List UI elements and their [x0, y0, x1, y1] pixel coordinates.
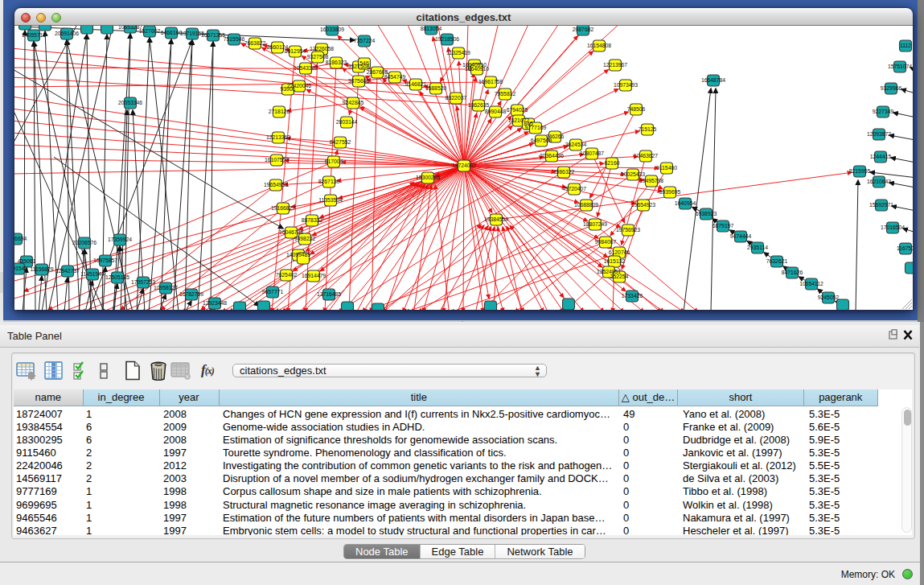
svg-text:1244415: 1244415 — [870, 154, 892, 159]
svg-text:435061: 435061 — [18, 258, 36, 264]
svg-text:6879197: 6879197 — [713, 223, 734, 229]
svg-text:3875685: 3875685 — [348, 78, 370, 84]
svg-text:19756923: 19756923 — [616, 227, 640, 233]
svg-text:252254: 252254 — [610, 274, 629, 279]
svg-text:8322037: 8322037 — [446, 95, 467, 101]
svg-text:12505135: 12505135 — [105, 274, 129, 280]
svg-text:1615132: 1615132 — [604, 258, 626, 264]
svg-text:9657771: 9657771 — [262, 289, 284, 295]
svg-text:18807249: 18807249 — [583, 221, 607, 227]
svg-text:16961758: 16961758 — [478, 79, 503, 84]
svg-text:8912954: 8912954 — [285, 48, 306, 54]
svg-text:19654923: 19654923 — [631, 202, 655, 208]
svg-text:16210643: 16210643 — [867, 179, 891, 184]
svg-text:1112: 1112 — [900, 43, 911, 48]
svg-text:391549: 391549 — [14, 266, 28, 271]
svg-text:2803144: 2803144 — [336, 119, 358, 125]
svg-text:10958127: 10958127 — [154, 285, 178, 290]
svg-text:8427552: 8427552 — [330, 139, 351, 145]
svg-text:13226058: 13226058 — [310, 46, 334, 51]
svg-text:2718126: 2718126 — [269, 109, 290, 114]
svg-text:11451944: 11451944 — [80, 271, 105, 277]
svg-text:16107553: 16107553 — [265, 157, 289, 163]
svg-text:12213967: 12213967 — [603, 62, 627, 68]
svg-text:18300295: 18300295 — [416, 175, 440, 180]
svg-text:16046738: 16046738 — [279, 229, 303, 235]
svg-text:9146821: 9146821 — [405, 81, 427, 87]
svg-text:12213363: 12213363 — [266, 134, 290, 140]
svg-text:9245052: 9245052 — [818, 295, 840, 300]
svg-text:8267130: 8267130 — [318, 179, 340, 184]
svg-text:14055712: 14055712 — [22, 32, 46, 38]
svg-text:18724007: 18724007 — [452, 163, 476, 168]
svg-text:6938923: 6938923 — [696, 211, 717, 216]
svg-text:11353594: 11353594 — [318, 197, 343, 203]
svg-text:7663822: 7663822 — [244, 40, 266, 46]
svg-text:617004: 617004 — [325, 159, 343, 164]
svg-text:8454749: 8454749 — [384, 74, 406, 80]
svg-text:6939695: 6939695 — [659, 189, 681, 195]
svg-text:10025433: 10025433 — [621, 171, 645, 177]
svg-text:9327508: 9327508 — [307, 54, 329, 60]
svg-text:17359924: 17359924 — [108, 237, 132, 242]
svg-text:1640954: 1640954 — [675, 200, 696, 206]
svg-text:6466160: 6466160 — [161, 30, 183, 35]
svg-text:8990448: 8990448 — [485, 109, 507, 114]
svg-text:16648784: 16648784 — [701, 77, 725, 83]
svg-text:20053346: 20053346 — [118, 100, 142, 105]
svg-text:7632621: 7632621 — [766, 258, 788, 264]
svg-text:10807487: 10807487 — [580, 150, 604, 156]
svg-text:6794028: 6794028 — [507, 107, 528, 113]
svg-text:9115460: 9115460 — [656, 165, 677, 171]
svg-text:9242845: 9242845 — [343, 100, 364, 105]
svg-text:1527602: 1527602 — [139, 28, 161, 34]
svg-text:16154808: 16154808 — [587, 43, 611, 48]
svg-text:16914479: 16914479 — [302, 273, 326, 278]
svg-text:9777169: 9777169 — [525, 125, 547, 130]
svg-text:15751074: 15751074 — [888, 64, 912, 69]
svg-text:10975857: 10975857 — [93, 257, 117, 263]
svg-text:9474444: 9474444 — [730, 233, 752, 239]
svg-text:19654953: 19654953 — [264, 182, 288, 187]
svg-text:116753: 116753 — [897, 245, 913, 251]
svg-text:12093872: 12093872 — [867, 131, 891, 137]
svg-text:20364436: 20364436 — [540, 153, 564, 159]
svg-text:2935114: 2935114 — [747, 245, 768, 250]
svg-text:14099489: 14099489 — [286, 252, 310, 257]
svg-text:16033809: 16033809 — [320, 27, 344, 32]
svg-text:20206576: 20206576 — [72, 240, 97, 245]
svg-text:18640910: 18640910 — [465, 66, 489, 72]
svg-text:546: 546 — [359, 60, 369, 66]
svg-text:45720407: 45720407 — [562, 186, 586, 192]
svg-text:1588520: 1588520 — [425, 85, 447, 91]
svg-text:19495798: 19495798 — [639, 178, 663, 183]
svg-text:9227349: 9227349 — [873, 109, 894, 114]
svg-text:13716485: 13716485 — [317, 291, 341, 297]
svg-text:1733426: 1733426 — [622, 293, 643, 299]
svg-text:8215955: 8215955 — [849, 168, 871, 174]
svg-text:19218506: 19218506 — [435, 36, 459, 42]
svg-text:7625402: 7625402 — [276, 272, 298, 278]
svg-text:8878332: 8878332 — [302, 217, 323, 223]
svg-text:19166827: 19166827 — [271, 205, 295, 211]
svg-text:22420046: 22420046 — [287, 83, 311, 89]
svg-text:9084067: 9084067 — [595, 239, 617, 245]
svg-text:11156829: 11156829 — [30, 266, 53, 272]
svg-text:12923448: 12923448 — [203, 300, 227, 306]
svg-text:715125: 715125 — [639, 126, 657, 132]
svg-text:11325419: 11325419 — [446, 50, 470, 56]
svg-text:3624534: 3624534 — [565, 142, 587, 147]
svg-text:10973493: 10973493 — [614, 82, 638, 88]
svg-text:8471626: 8471626 — [782, 270, 803, 275]
svg-text:10688809: 10688809 — [574, 202, 598, 208]
svg-text:7357224: 7357224 — [354, 38, 376, 43]
svg-text:6497568: 6497568 — [531, 138, 552, 143]
svg-text:15692971: 15692971 — [869, 202, 893, 208]
svg-text:7515546: 7515546 — [224, 36, 245, 42]
svg-text:62160: 62160 — [605, 160, 620, 166]
svg-text:2087682: 2087682 — [573, 27, 594, 32]
svg-text:8813054: 8813054 — [421, 26, 442, 31]
svg-text:10463627: 10463627 — [634, 153, 658, 159]
svg-text:9329966: 9329966 — [881, 85, 902, 91]
svg-text:1362635: 1362635 — [468, 102, 490, 108]
